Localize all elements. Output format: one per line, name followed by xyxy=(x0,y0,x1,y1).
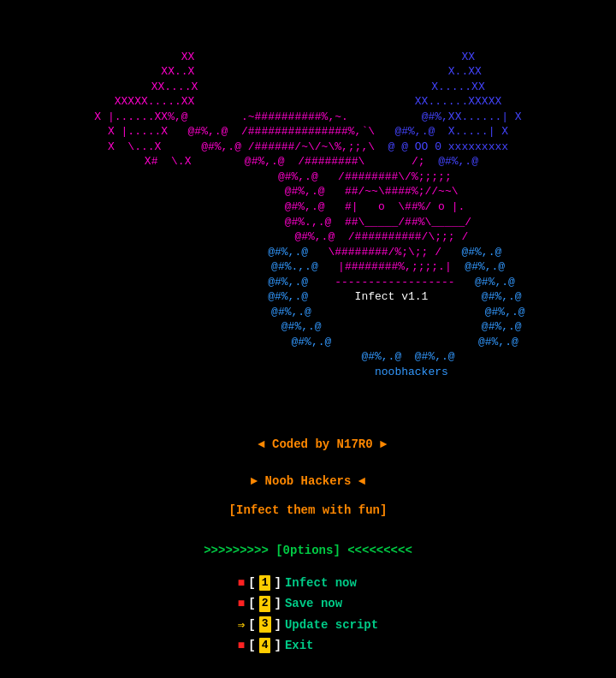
num-3: 3 xyxy=(259,616,271,633)
arrow-3: ⇒ xyxy=(238,616,245,633)
bullet-4: ■ xyxy=(238,637,245,654)
label-infect-now: Infect now xyxy=(285,574,357,592)
bracket-open-2: [ xyxy=(248,595,255,612)
menu-item-3[interactable]: ⇒ [ 3 ] Update script xyxy=(238,616,378,633)
label-exit: Exit xyxy=(285,637,314,654)
options-header: >>>>>>>>> [0ptions] <<<<<<<<< xyxy=(204,542,412,559)
num-4: 4 xyxy=(259,638,271,654)
num-2: 2 xyxy=(259,596,271,612)
label-update-script: Update script xyxy=(285,616,378,633)
bracket-close-3: ] xyxy=(275,616,281,633)
menu-item-2[interactable]: ■ [ 2 ] Save now xyxy=(238,595,342,612)
menu-item-1[interactable]: ■ [ 1 ] Infect now xyxy=(238,574,357,592)
bracket-close-2: ] xyxy=(274,595,281,612)
noob-hackers-text: ► Noob Hackers ◄ xyxy=(251,473,365,490)
bullet-2: ■ xyxy=(238,595,245,612)
menu-item-4[interactable]: ■ [ 4 ] Exit xyxy=(238,637,314,654)
num-1: 1 xyxy=(259,575,271,592)
bullet-1: ■ xyxy=(238,574,245,592)
infect-fun-text: [Infect them with fun] xyxy=(229,502,388,519)
menu: ■ [ 1 ] Infect now ■ [ 2 ] Save now ⇒ [ … xyxy=(238,574,378,654)
bracket-close-1: ] xyxy=(274,574,281,592)
ascii-art: XX XX XX..X X..XX XX....X X.....XX XXXXX… xyxy=(91,34,524,395)
bracket-open-1: [ xyxy=(248,574,255,592)
coded-by-text: ◄ Coded by N17R0 ► xyxy=(229,419,388,471)
main-container: XX XX XX..X X..XX XX....X X.....XX XXXXX… xyxy=(0,0,616,678)
label-save-now: Save now xyxy=(285,595,342,612)
bracket-open-3: [ xyxy=(248,616,255,633)
bracket-open-4: [ xyxy=(248,637,255,654)
bracket-close-4: ] xyxy=(274,637,281,654)
